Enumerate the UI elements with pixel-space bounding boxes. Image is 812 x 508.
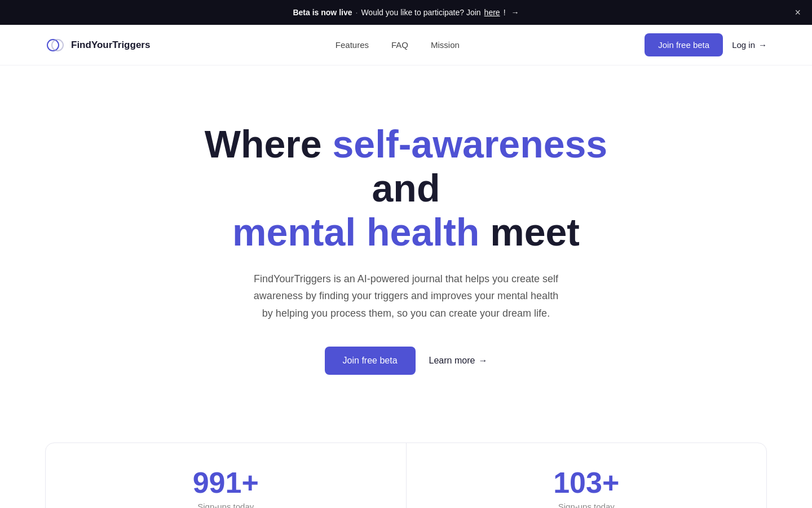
navbar: FindYourTriggers Features FAQ Mission Jo… — [0, 25, 812, 65]
hero-title-part1: Where — [205, 122, 333, 165]
banner-text: Beta is now live · Would you like to par… — [293, 8, 519, 17]
banner-exclamation: ! — [504, 8, 506, 17]
nav-right: Join free beta Log in → — [645, 33, 767, 56]
hero-learn-more-button[interactable]: Learn more → — [429, 356, 488, 366]
login-label: Log in — [732, 40, 755, 50]
stat-item-0: 991+ Sign-ups today — [46, 443, 407, 508]
learn-more-label: Learn more — [429, 356, 475, 366]
nav-link-mission[interactable]: Mission — [431, 40, 460, 50]
logo-icon — [45, 35, 65, 55]
stat-item-1: 103+ Sign-ups today — [407, 443, 767, 508]
banner-cta-text: Would you like to participate? Join — [361, 8, 480, 17]
stats-section: 991+ Sign-ups today 103+ Sign-ups today — [45, 443, 767, 508]
nav-link-faq[interactable]: FAQ — [391, 40, 408, 50]
hero-section: Where self-awareness and mental health m… — [0, 65, 812, 409]
hero-title-part3: meet — [479, 211, 580, 253]
banner-arrow-icon: → — [511, 8, 519, 17]
stat-number-1: 103+ — [440, 466, 733, 500]
stat-number-0: 991+ — [80, 466, 372, 500]
nav-link-features[interactable]: Features — [336, 40, 369, 50]
nav-links: Features FAQ Mission — [336, 40, 460, 50]
hero-subtitle: FindYourTriggers is an AI-powered journa… — [248, 270, 564, 322]
hero-cta: Join free beta Learn more → — [325, 347, 488, 375]
beta-live-text: Beta is now live — [293, 8, 352, 17]
hero-title: Where self-awareness and mental health m… — [175, 122, 637, 255]
banner-here-link[interactable]: here — [484, 8, 500, 17]
logo-area[interactable]: FindYourTriggers — [45, 35, 150, 55]
learn-more-arrow-icon: → — [478, 356, 487, 366]
hero-title-highlight2: mental health — [232, 211, 479, 253]
stat-label-1: Sign-ups today — [440, 502, 733, 508]
hero-join-beta-button[interactable]: Join free beta — [325, 347, 416, 375]
nav-login-button[interactable]: Log in → — [732, 40, 767, 50]
login-arrow-icon: → — [758, 40, 767, 50]
hero-title-highlight1: self-awareness — [333, 122, 608, 165]
nav-join-beta-button[interactable]: Join free beta — [645, 33, 723, 56]
announcement-banner: Beta is now live · Would you like to par… — [0, 0, 812, 25]
hero-title-part2: and — [372, 167, 440, 209]
stat-label-0: Sign-ups today — [80, 502, 372, 508]
logo-name: FindYourTriggers — [71, 40, 150, 51]
banner-separator: · — [356, 8, 358, 17]
banner-close-button[interactable]: × — [795, 7, 801, 17]
